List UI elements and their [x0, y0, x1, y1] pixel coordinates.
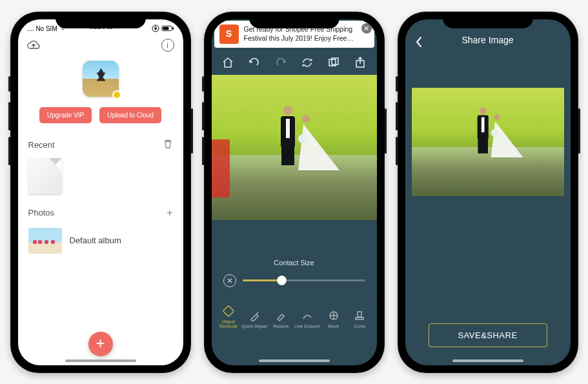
save-share-button[interactable]: SAVE&SHARE [429, 323, 547, 347]
compare-icon[interactable] [327, 56, 341, 70]
album-row-default[interactable]: Default album [18, 223, 183, 259]
redo-icon[interactable] [274, 56, 288, 70]
phone-share: Share Image SAVE&SHARE [398, 12, 578, 373]
ad-close-icon[interactable]: ✕ [361, 23, 372, 34]
export-icon[interactable] [353, 56, 367, 70]
album-thumb [28, 228, 62, 254]
trash-icon[interactable] [163, 139, 173, 152]
svg-rect-1 [154, 28, 156, 30]
status-bar: .... No SIM 4:08 PM [18, 19, 183, 35]
cloud-upload-icon[interactable] [27, 39, 40, 52]
upgrade-vip-button[interactable]: Upgrade VIP [39, 107, 92, 123]
photo-canvas[interactable] [212, 75, 377, 220]
home-icon[interactable] [221, 56, 235, 70]
page-title: Share Image [461, 35, 513, 45]
back-icon[interactable] [414, 36, 423, 51]
battery-icon [161, 25, 174, 33]
phone-editor: S Get ready for Shopee Free Shipping Fes… [204, 12, 385, 373]
tool-quick-repair[interactable]: Quick Repair [241, 309, 268, 328]
orientation-lock-icon [152, 25, 159, 34]
cancel-icon[interactable]: ✕ [223, 274, 236, 287]
app-promo-thumb[interactable] [83, 61, 119, 97]
carrier-text: .... No SIM [27, 25, 57, 32]
ad-app-icon: S [219, 25, 239, 44]
recent-item[interactable] [18, 156, 183, 203]
brush-size-label: Contact Size [212, 220, 377, 267]
recent-heading: Recent [28, 140, 55, 150]
undo-icon[interactable] [247, 56, 261, 70]
brush-size-slider[interactable] [243, 279, 365, 281]
tool-clone[interactable]: Clone [347, 309, 373, 328]
svg-rect-10 [356, 318, 363, 319]
svg-rect-8 [223, 305, 234, 316]
svg-rect-3 [163, 26, 168, 30]
tool-move[interactable]: Move [320, 309, 347, 328]
document-thumb [28, 158, 62, 194]
add-fab[interactable]: + [88, 332, 113, 356]
tool-line-erasure[interactable]: Line Erasure [294, 309, 321, 328]
tool-restore[interactable]: Restore [268, 309, 294, 328]
album-label: Default album [70, 236, 121, 245]
share-preview [412, 88, 564, 196]
phone-home: .... No SIM 4:08 PM i [10, 12, 191, 373]
svg-rect-11 [358, 312, 361, 317]
editor-toolbar [212, 49, 377, 75]
refresh-icon[interactable] [300, 56, 314, 70]
wifi-icon [59, 25, 66, 32]
photos-heading: Photos [28, 208, 54, 217]
clock: 4:08 PM [88, 23, 113, 30]
tool-row: Object Removal Quick Repair Restore Line… [212, 300, 377, 335]
svg-rect-4 [172, 27, 174, 30]
tool-object-removal[interactable]: Object Removal [216, 305, 242, 328]
upload-cloud-button[interactable]: Upload to Cloud [99, 107, 161, 123]
removal-mask[interactable] [212, 139, 230, 197]
info-icon[interactable]: i [161, 39, 174, 52]
plus-icon[interactable]: + [167, 207, 172, 219]
